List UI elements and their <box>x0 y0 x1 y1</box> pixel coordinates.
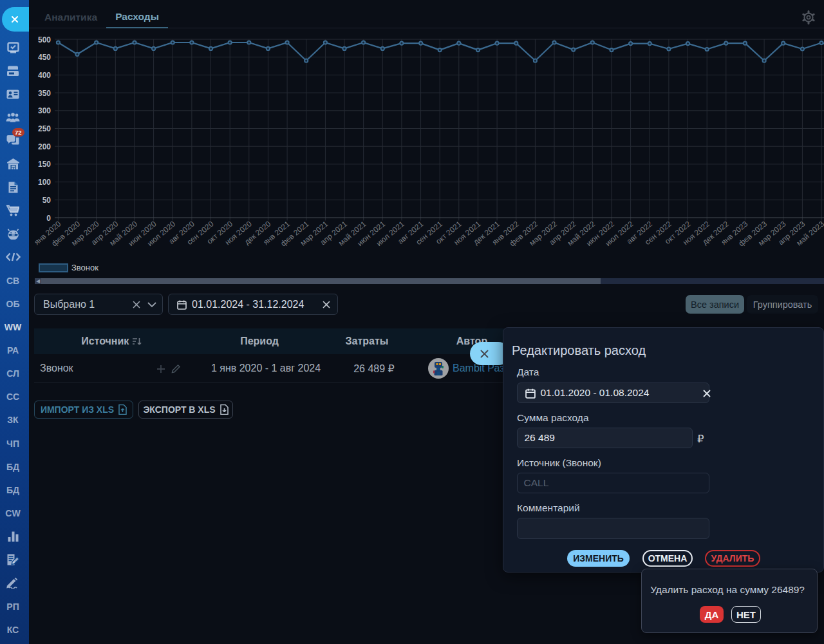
svg-text:450: 450 <box>38 53 51 62</box>
svg-text:150: 150 <box>38 160 51 169</box>
svg-text:350: 350 <box>38 89 51 98</box>
svg-text:500: 500 <box>38 35 51 44</box>
svg-text:250: 250 <box>38 124 51 133</box>
svg-text:300: 300 <box>38 106 51 115</box>
svg-text:50: 50 <box>42 196 52 205</box>
svg-text:0: 0 <box>46 214 51 223</box>
svg-text:400: 400 <box>38 71 51 80</box>
svg-text:100: 100 <box>38 178 51 187</box>
svg-text:200: 200 <box>38 142 51 151</box>
